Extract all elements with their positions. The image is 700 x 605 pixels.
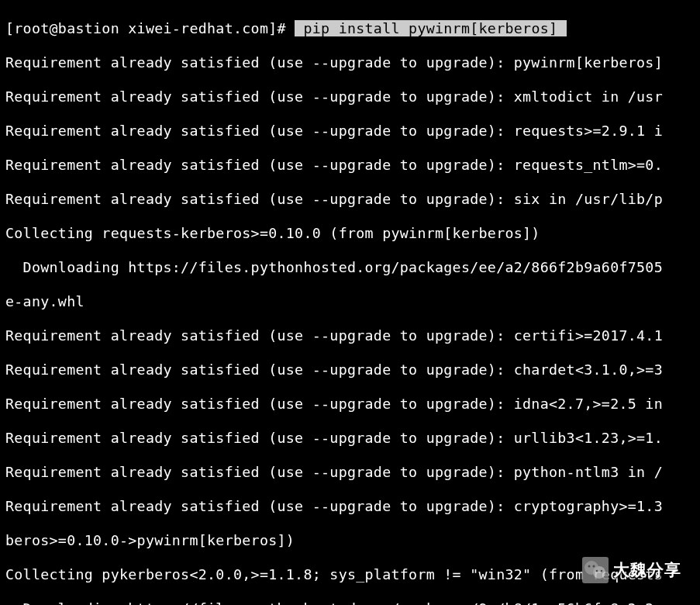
terminal[interactable]: [root@bastion xiwei-redhat.com]# pip ins… xyxy=(0,0,700,605)
output-line: Requirement already satisfied (use --upg… xyxy=(5,396,695,413)
output-line: beros>=0.10.0->pywinrm[kerberos]) xyxy=(5,532,695,549)
prompt: [root@bastion xiwei-redhat.com]# xyxy=(5,20,295,36)
output-line: Downloading https://files.pythonhosted.o… xyxy=(5,259,695,276)
output-line: Requirement already satisfied (use --upg… xyxy=(5,157,695,174)
svg-point-1 xyxy=(593,566,605,579)
watermark-text: 大魏分享 xyxy=(613,562,681,579)
svg-point-5 xyxy=(601,570,602,572)
output-line: Requirement already satisfied (use --upg… xyxy=(5,54,695,71)
output-line: Collecting requests-kerberos>=0.10.0 (fr… xyxy=(5,225,695,242)
command-highlight: pip install pywinrm[kerberos] xyxy=(295,20,567,36)
output-line: Requirement already satisfied (use --upg… xyxy=(5,498,695,515)
watermark: 大魏分享 xyxy=(582,557,681,583)
svg-point-3 xyxy=(593,565,595,568)
svg-point-4 xyxy=(596,570,598,572)
output-line: e-any.whl xyxy=(5,293,695,310)
svg-point-2 xyxy=(588,565,591,568)
output-line: Downloading https://files.pythonhosted.o… xyxy=(5,600,695,605)
output-line: Requirement already satisfied (use --upg… xyxy=(5,464,695,481)
output-line: Requirement already satisfied (use --upg… xyxy=(5,327,695,344)
output-line: Requirement already satisfied (use --upg… xyxy=(5,123,695,140)
wechat-icon xyxy=(582,557,609,583)
output-line: Requirement already satisfied (use --upg… xyxy=(5,88,695,105)
output-line: Requirement already satisfied (use --upg… xyxy=(5,361,695,379)
output-line: Requirement already satisfied (use --upg… xyxy=(5,430,695,447)
output-line: Requirement already satisfied (use --upg… xyxy=(5,191,695,208)
prompt-line: [root@bastion xiwei-redhat.com]# pip ins… xyxy=(5,20,695,37)
